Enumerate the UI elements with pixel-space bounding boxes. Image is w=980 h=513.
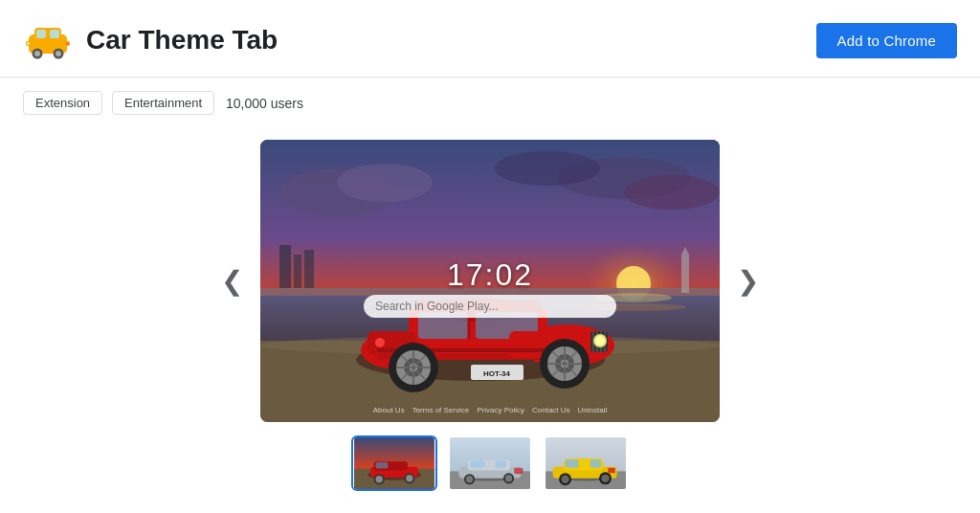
footer-tos[interactable]: Terms of Service: [412, 406, 470, 414]
svg-rect-75: [375, 462, 388, 469]
main-image-container: HOT-34 17:02 About Us Terms of Service P…: [260, 140, 720, 422]
carousel-prev-button[interactable]: ❮: [204, 265, 260, 297]
svg-rect-28: [304, 250, 314, 288]
car-icon: [23, 15, 73, 65]
svg-rect-85: [471, 460, 485, 467]
thumbnails-row: [351, 435, 629, 491]
carousel-wrapper: ❮: [0, 124, 980, 501]
carousel-next-button[interactable]: ❯: [720, 265, 776, 297]
svg-point-17: [495, 151, 600, 186]
app-title: Car Theme Tab: [86, 25, 278, 56]
svg-rect-2: [36, 30, 46, 38]
footer-links: About Us Terms of Service Privacy Policy…: [373, 406, 608, 414]
footer-contact[interactable]: Contact Us: [532, 406, 570, 414]
svg-rect-26: [279, 245, 291, 288]
svg-point-14: [337, 164, 433, 202]
thumbnail-3[interactable]: [543, 435, 629, 491]
svg-rect-91: [514, 468, 523, 475]
svg-rect-97: [566, 459, 579, 467]
svg-rect-11: [66, 42, 69, 45]
header: Car Theme Tab Add to Chrome: [0, 0, 980, 78]
svg-text:HOT-34: HOT-34: [483, 369, 511, 378]
tag-entertainment[interactable]: Entertainment: [112, 91, 214, 115]
search-input[interactable]: [364, 295, 616, 318]
svg-point-48: [595, 336, 605, 346]
thumbnail-1[interactable]: [351, 435, 437, 491]
svg-point-77: [375, 476, 382, 482]
tags-row: Extension Entertainment 10,000 users: [0, 78, 980, 124]
svg-rect-29: [681, 255, 689, 293]
svg-rect-86: [496, 460, 506, 467]
tag-extension[interactable]: Extension: [23, 91, 102, 115]
footer-uninstall[interactable]: Uninstall: [578, 406, 608, 414]
svg-rect-103: [608, 468, 614, 474]
svg-point-79: [406, 475, 412, 481]
header-left: Car Theme Tab: [23, 15, 278, 65]
svg-point-88: [466, 476, 473, 482]
svg-point-7: [56, 51, 61, 56]
svg-rect-10: [27, 42, 30, 45]
svg-point-50: [375, 338, 385, 347]
thumbnail-2[interactable]: [447, 435, 533, 491]
time-display: 17:02: [447, 256, 533, 292]
add-to-chrome-button[interactable]: Add to Chrome: [816, 23, 957, 58]
footer-privacy[interactable]: Privacy Policy: [477, 406, 524, 414]
svg-point-100: [561, 476, 568, 483]
svg-point-102: [601, 475, 609, 482]
svg-rect-27: [294, 255, 301, 288]
svg-point-90: [505, 475, 512, 481]
carousel-main: ❮: [0, 140, 980, 422]
svg-rect-3: [50, 30, 59, 38]
search-overlay[interactable]: [364, 295, 616, 318]
svg-point-16: [624, 175, 720, 210]
footer-about[interactable]: About Us: [373, 406, 405, 414]
svg-point-5: [34, 51, 40, 56]
users-count: 10,000 users: [226, 96, 303, 111]
svg-rect-98: [590, 459, 601, 467]
